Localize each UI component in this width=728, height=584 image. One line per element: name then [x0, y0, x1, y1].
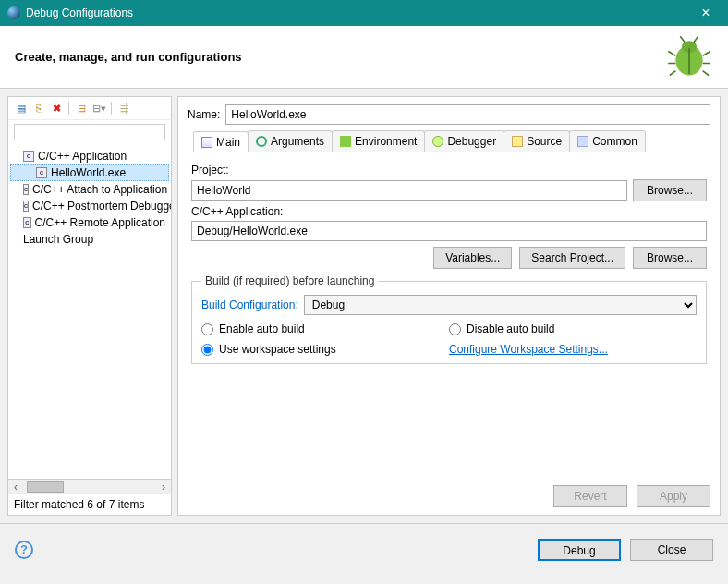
export-icon[interactable]: ⊟: [74, 101, 89, 116]
bug-icon: [665, 33, 713, 81]
tab-label: Environment: [355, 135, 417, 148]
tree-item-remote[interactable]: cC/C++ Remote Application: [10, 214, 169, 231]
radio-label: Use workspace settings: [219, 343, 336, 356]
eclipse-icon: [7, 6, 20, 19]
separator: [68, 102, 69, 115]
c-icon: c: [23, 151, 34, 162]
tab-arguments[interactable]: Arguments: [248, 130, 333, 152]
tree-item-label: HelloWorld.exe: [51, 166, 126, 179]
tab-label: Common: [592, 135, 637, 148]
tab-environment[interactable]: Environment: [332, 130, 425, 152]
close-icon[interactable]: ×: [691, 5, 721, 21]
name-input[interactable]: [225, 104, 710, 125]
tab-main[interactable]: Main: [193, 131, 249, 152]
config-tree[interactable]: cC/C++ Application cHelloWorld.exe cC/C+…: [8, 144, 171, 479]
filter-status: Filter matched 6 of 7 items: [8, 493, 171, 515]
tree-item-attach[interactable]: cC/C++ Attach to Application: [10, 181, 169, 198]
tab-label: Debugger: [447, 135, 496, 148]
search-project-button[interactable]: Search Project...: [519, 247, 625, 269]
tree-item-postmortem[interactable]: cC/C++ Postmortem Debugger: [10, 198, 169, 214]
horizontal-scrollbar[interactable]: ‹ ›: [8, 479, 171, 493]
browse-project-button[interactable]: Browse...: [633, 179, 707, 201]
c-icon: c: [36, 167, 47, 178]
tab-bar: Main Arguments Environment Debugger Sour…: [188, 130, 710, 152]
tree-toolbar: ▤ ⎘ ✖ ⊟ ⊟▾ ⇶: [8, 97, 171, 120]
project-label: Project:: [191, 164, 707, 176]
tab-source[interactable]: Source: [504, 130, 570, 152]
use-workspace-radio[interactable]: Use workspace settings: [201, 343, 449, 356]
collapse-icon[interactable]: ⊟▾: [91, 101, 106, 116]
build-legend: Build (if required) before launching: [201, 274, 378, 287]
name-label: Name:: [188, 108, 220, 121]
common-icon: [577, 136, 588, 147]
new-config-icon[interactable]: ▤: [14, 101, 29, 116]
variables-button[interactable]: Variables...: [433, 247, 512, 269]
source-icon: [512, 136, 523, 147]
browse-app-button[interactable]: Browse...: [633, 247, 707, 269]
title-bar: Debug Configurations ×: [0, 0, 728, 26]
build-config-link[interactable]: Build Configuration:: [201, 298, 298, 311]
environment-icon: [340, 136, 351, 147]
tree-item-launch-group[interactable]: Launch Group: [10, 231, 169, 248]
c-icon: c: [23, 217, 31, 228]
enable-auto-build-radio[interactable]: Enable auto build: [201, 322, 449, 335]
debug-button[interactable]: Debug: [538, 539, 621, 561]
application-input[interactable]: [191, 221, 707, 241]
tab-label: Source: [527, 135, 562, 148]
config-form-panel: Name: Main Arguments Environment Debugge…: [177, 96, 721, 516]
c-icon: c: [23, 184, 29, 195]
tree-item-helloworld[interactable]: cHelloWorld.exe: [10, 164, 169, 181]
tree-item-label: Launch Group: [23, 233, 93, 246]
application-label: C/C++ Application:: [191, 205, 707, 218]
scroll-thumb[interactable]: [27, 481, 64, 493]
disable-auto-build-radio[interactable]: Disable auto build: [449, 322, 697, 335]
help-icon[interactable]: ?: [15, 541, 33, 559]
separator: [111, 102, 112, 115]
radio-label: Enable auto build: [219, 322, 305, 335]
scroll-left-icon[interactable]: ‹: [8, 481, 23, 493]
dialog-button-bar: ? Debug Close: [0, 523, 728, 575]
config-tree-panel: ▤ ⎘ ✖ ⊟ ⊟▾ ⇶ cC/C++ Application cHelloWo…: [7, 96, 172, 516]
filter-input[interactable]: [14, 124, 165, 140]
configure-workspace-link[interactable]: Configure Workspace Settings...: [449, 343, 608, 356]
tree-item-label: C/C++ Postmortem Debugger: [32, 200, 171, 213]
filter-icon[interactable]: ⇶: [116, 101, 131, 116]
close-button[interactable]: Close: [630, 539, 713, 561]
duplicate-icon[interactable]: ⎘: [31, 101, 46, 116]
tab-label: Arguments: [271, 135, 324, 148]
tree-item-label: C/C++ Application: [38, 150, 127, 163]
c-icon: c: [23, 201, 29, 212]
window-title: Debug Configurations: [26, 6, 691, 19]
tab-label: Main: [216, 136, 240, 149]
radio-label: Disable auto build: [467, 322, 554, 335]
main-icon: [201, 137, 212, 148]
tab-debugger[interactable]: Debugger: [424, 130, 504, 152]
dialog-header: Create, manage, and run configurations: [0, 26, 728, 89]
build-fieldset: Build (if required) before launching Bui…: [191, 274, 707, 364]
tree-item-label: C/C++ Remote Application: [35, 216, 165, 229]
debugger-icon: [432, 136, 443, 147]
build-config-select[interactable]: Debug: [304, 295, 697, 315]
apply-button[interactable]: Apply: [637, 485, 710, 507]
revert-button[interactable]: Revert: [553, 485, 627, 507]
project-input[interactable]: [191, 180, 627, 201]
tree-item-label: C/C++ Attach to Application: [32, 183, 167, 196]
header-text: Create, manage, and run configurations: [15, 50, 665, 64]
tab-common[interactable]: Common: [569, 130, 646, 152]
scroll-right-icon[interactable]: ›: [156, 481, 171, 493]
arguments-icon: [256, 136, 267, 147]
tree-item-cpp-app[interactable]: cC/C++ Application: [10, 148, 169, 164]
delete-icon[interactable]: ✖: [49, 101, 64, 116]
